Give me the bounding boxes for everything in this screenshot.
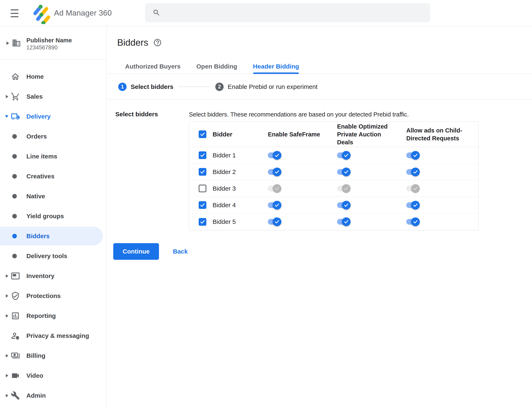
row-checkbox[interactable] xyxy=(199,185,206,192)
sidebar-item-label: Home xyxy=(26,73,44,80)
safeframe-toggle[interactable] xyxy=(268,201,281,210)
report-icon xyxy=(11,311,20,321)
ad-manager-logo xyxy=(31,2,52,24)
sidebar-item-label: Sales xyxy=(26,93,43,100)
sidebar-item-home[interactable]: Home xyxy=(0,67,106,86)
sidebar-item-label: Bidders xyxy=(26,233,50,240)
toggle-cell xyxy=(337,184,406,193)
column-header: Bidder xyxy=(213,130,232,138)
building-icon xyxy=(12,39,21,47)
sidebar-item-line-items[interactable]: Line items xyxy=(0,146,106,166)
select-all-checkbox[interactable] xyxy=(199,130,206,138)
child-directed-requests-toggle[interactable] xyxy=(406,151,420,160)
step-1-select-bidders[interactable]: 1Select bidders xyxy=(118,83,173,91)
bullet-icon xyxy=(12,194,17,198)
sidebar-item-delivery-tools[interactable]: Delivery tools xyxy=(0,246,106,266)
sidebar-item-native[interactable]: Native xyxy=(0,186,106,206)
sidebar-item-bidders[interactable]: Bidders xyxy=(0,226,106,246)
search-bar[interactable] xyxy=(145,3,430,22)
toggle-cell xyxy=(406,168,478,176)
column-header: Enable Optimized Private Auction Deals xyxy=(337,123,397,146)
bidder-cell: Bidder 5 xyxy=(189,218,268,226)
tab-header-bidding[interactable]: Header Bidding xyxy=(253,59,299,74)
page-title-row: Bidders xyxy=(117,37,162,48)
sidebar-item-billing[interactable]: Billing xyxy=(0,346,106,366)
privacy-icon xyxy=(11,331,20,340)
header-cell: Enable SafeFrame xyxy=(268,130,337,138)
sidebar-item-admin[interactable]: Admin xyxy=(0,386,106,406)
chevron-down-icon[interactable] xyxy=(5,115,8,118)
toggle-cell xyxy=(337,201,406,210)
table-row-bidder-2: Bidder 2 xyxy=(189,164,478,180)
sidebar-item-inventory[interactable]: Inventory xyxy=(0,266,106,286)
row-checkbox[interactable] xyxy=(199,151,206,159)
chevron-right-icon[interactable] xyxy=(6,354,8,357)
tab-label: Authorized Buyers xyxy=(125,63,181,70)
chevron-right-icon[interactable] xyxy=(6,294,8,297)
search-input[interactable] xyxy=(165,7,424,19)
table-row-bidder-5: Bidder 5 xyxy=(189,213,478,230)
publisher-account[interactable]: Publisher Name 1234567890 xyxy=(0,26,106,60)
bidders-table: BidderEnable SafeFrameEnable Optimized P… xyxy=(189,121,479,230)
bidder-name: Bidder 3 xyxy=(213,185,236,192)
stepper-connector xyxy=(179,86,210,87)
bullet-icon xyxy=(12,234,17,238)
safeframe-toggle[interactable] xyxy=(268,151,281,160)
child-directed-requests-toggle[interactable] xyxy=(406,217,420,226)
sidebar-item-sales[interactable]: Sales xyxy=(0,86,106,107)
page-title: Bidders xyxy=(117,37,148,48)
child-directed-requests-toggle[interactable] xyxy=(406,201,420,210)
toggle-cell xyxy=(406,201,478,210)
toggle-cell xyxy=(268,217,337,226)
chevron-right-icon[interactable] xyxy=(6,95,8,98)
sidebar-item-orders[interactable]: Orders xyxy=(0,126,106,146)
safeframe-toggle[interactable] xyxy=(268,217,281,226)
step-label: Select bidders xyxy=(131,83,173,90)
help-icon[interactable] xyxy=(153,38,162,47)
toggle-cell xyxy=(406,184,478,193)
sidebar-item-reporting[interactable]: Reporting xyxy=(0,306,106,326)
tab-label: Header Bidding xyxy=(253,63,299,70)
optimized-private-auction-deals-toggle[interactable] xyxy=(337,151,351,160)
optimized-private-auction-deals-toggle[interactable] xyxy=(337,217,351,226)
step-2-enable-prebid-or-run-experiment[interactable]: 2Enable Prebid or run experiment xyxy=(215,83,318,91)
row-checkbox[interactable] xyxy=(199,168,206,176)
sidebar-item-label: Delivery tools xyxy=(26,252,67,259)
step-number-badge: 2 xyxy=(215,83,224,91)
continue-button[interactable]: Continue xyxy=(113,243,159,260)
toggle-cell xyxy=(337,168,406,176)
sidebar-item-yield-groups[interactable]: Yield groups xyxy=(0,206,106,226)
chevron-right-icon[interactable] xyxy=(6,314,8,318)
sidebar: Publisher Name 1234567890 HomeSalesDeliv… xyxy=(0,26,107,407)
chevron-right-icon[interactable] xyxy=(6,394,8,397)
sidebar-item-video[interactable]: Video xyxy=(0,366,106,386)
publisher-expander-icon[interactable] xyxy=(7,41,9,45)
chevron-right-icon[interactable] xyxy=(6,274,8,278)
safeframe-toggle[interactable] xyxy=(268,168,281,176)
bidder-name: Bidder 1 xyxy=(213,152,236,159)
chevron-right-icon[interactable] xyxy=(6,374,8,377)
sidebar-item-label: Video xyxy=(26,372,43,379)
optimized-private-auction-deals-toggle[interactable] xyxy=(337,168,351,176)
optimized-private-auction-deals-toggle[interactable] xyxy=(337,201,351,210)
sidebar-item-label: Protections xyxy=(26,292,61,299)
row-checkbox[interactable] xyxy=(199,218,206,226)
tab-open-bidding[interactable]: Open Bidding xyxy=(196,59,237,74)
bullet-icon xyxy=(12,174,17,179)
child-directed-requests-toggle[interactable] xyxy=(406,168,420,176)
bidder-cell: Bidder 2 xyxy=(189,168,268,176)
sidebar-item-protections[interactable]: Protections xyxy=(0,286,106,306)
back-button[interactable]: Back xyxy=(169,246,192,257)
menu-icon[interactable] xyxy=(9,9,20,17)
tab-authorized-buyers[interactable]: Authorized Buyers xyxy=(125,59,181,74)
table-row-bidder-1: Bidder 1 xyxy=(189,147,478,164)
row-checkbox[interactable] xyxy=(199,201,206,209)
sidebar-item-label: Orders xyxy=(26,133,47,140)
tab-label: Open Bidding xyxy=(196,63,237,70)
product-name: Ad Manager 360 xyxy=(54,0,112,26)
sidebar-item-creatives[interactable]: Creatives xyxy=(0,166,106,186)
section-description: Select bidders. These recommendations ar… xyxy=(189,110,409,118)
sidebar-item-privacy-messaging[interactable]: Privacy & messaging xyxy=(0,326,106,346)
sidebar-item-delivery[interactable]: Delivery xyxy=(0,107,106,126)
column-header: Allow ads on Child-Directed Requests xyxy=(406,126,464,142)
